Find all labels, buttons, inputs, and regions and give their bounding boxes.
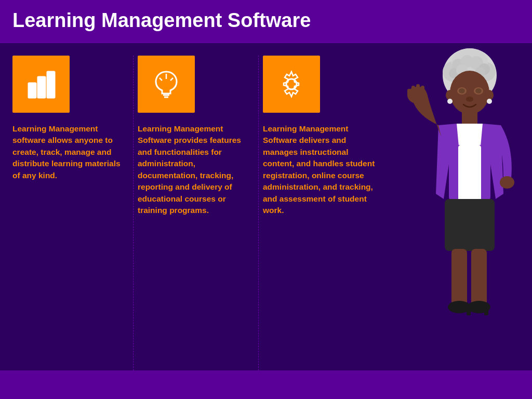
- svg-point-20: [450, 71, 489, 114]
- character-illustration: [402, 43, 527, 344]
- column-1-icon-box: [12, 56, 70, 113]
- svg-rect-45: [467, 307, 471, 315]
- gear-icon: [275, 68, 309, 101]
- svg-point-28: [457, 87, 467, 95]
- bar-chart-icon: [24, 68, 58, 101]
- column-2: Learning Management Software provides fe…: [134, 56, 259, 370]
- column-2-icon-box: [138, 56, 195, 113]
- footer-bar: [0, 370, 532, 399]
- column-2-text: Learning Management Software provides fe…: [138, 123, 250, 217]
- svg-rect-34: [445, 199, 495, 251]
- column-3-text: Learning Management Software delivers an…: [263, 123, 375, 217]
- svg-rect-2: [47, 72, 55, 98]
- svg-rect-46: [484, 307, 488, 315]
- page-title: Learning Management Software: [12, 9, 520, 32]
- svg-point-29: [474, 87, 483, 95]
- column-1-text: Learning Management software allows anyo…: [12, 123, 125, 181]
- svg-point-30: [466, 97, 473, 102]
- svg-line-7: [170, 78, 173, 81]
- svg-point-24: [487, 99, 492, 104]
- svg-rect-37: [416, 84, 420, 94]
- svg-rect-1: [38, 77, 45, 98]
- columns-wrapper: Learning Management software allows anyo…: [0, 43, 392, 370]
- svg-point-25: [447, 99, 453, 104]
- svg-rect-33: [458, 145, 481, 202]
- svg-rect-21: [462, 110, 477, 125]
- svg-rect-41: [451, 249, 467, 306]
- svg-point-40: [500, 176, 514, 189]
- lightbulb-icon: [150, 68, 183, 101]
- svg-rect-38: [421, 86, 424, 94]
- header: Learning Management Software: [0, 0, 532, 43]
- column-3-icon-box: [263, 56, 320, 113]
- content-area: Learning Management software allows anyo…: [0, 43, 532, 370]
- svg-rect-0: [29, 83, 36, 98]
- svg-rect-39: [407, 89, 411, 96]
- svg-line-6: [159, 78, 162, 81]
- character-area: [392, 43, 532, 370]
- column-1: Learning Management software allows anyo…: [8, 56, 134, 370]
- svg-rect-36: [411, 86, 415, 95]
- column-3: Learning Management Software delivers an…: [259, 56, 383, 370]
- main-container: Learning Management Software Learning Ma…: [0, 0, 532, 399]
- svg-rect-42: [471, 249, 487, 306]
